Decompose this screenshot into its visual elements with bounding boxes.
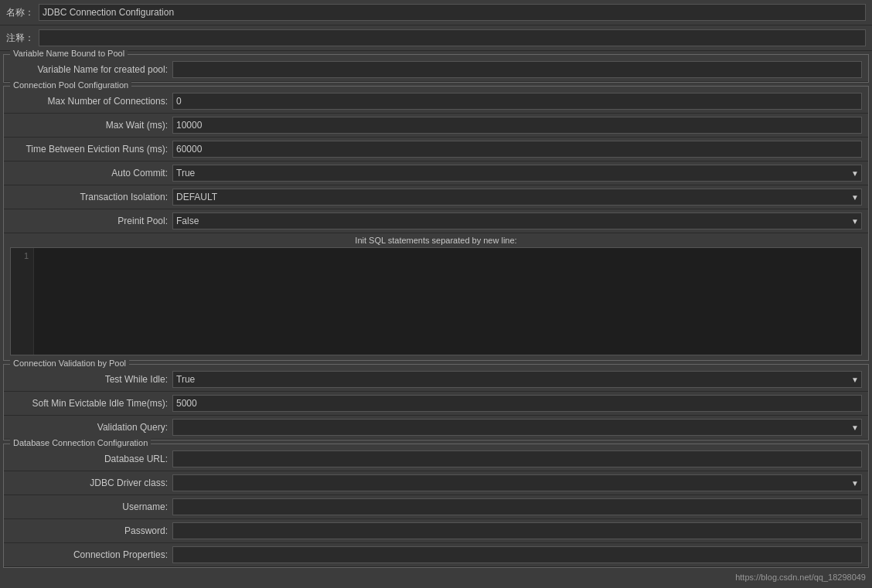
connection-properties-input[interactable] xyxy=(172,546,862,563)
transaction-isolation-row: Transaction Isolation: DEFAULT TRANSACTI… xyxy=(4,185,868,209)
transaction-isolation-select[interactable]: DEFAULT TRANSACTION_NONE TRANSACTION_REA… xyxy=(172,189,862,206)
auto-commit-wrapper: True False ▼ xyxy=(172,165,862,182)
init-sql-textarea[interactable] xyxy=(34,248,861,355)
database-url-input[interactable] xyxy=(172,450,862,467)
variable-name-section: Variable Name Bound to Pool Variable Nam… xyxy=(3,54,869,83)
max-connections-label: Max Number of Connections: xyxy=(10,96,172,107)
connection-pool-section: Connection Pool Configuration Max Number… xyxy=(3,86,869,361)
max-connections-row: Max Number of Connections: xyxy=(4,90,868,114)
eviction-row: Time Between Eviction Runs (ms): xyxy=(4,138,868,161)
database-connection-section: Database Connection Configuration Databa… xyxy=(3,444,869,568)
soft-min-evictable-label: Soft Min Evictable Idle Time(ms): xyxy=(10,398,172,409)
watermark: https://blog.csdn.net/qq_18298049 xyxy=(735,573,866,582)
jdbc-driver-wrapper: ▼ xyxy=(172,474,862,491)
name-row: 名称： xyxy=(0,0,872,25)
line-number-1: 1 xyxy=(15,251,29,260)
transaction-isolation-label: Transaction Isolation: xyxy=(10,192,172,202)
note-input[interactable] xyxy=(39,29,866,46)
password-input[interactable] xyxy=(172,522,862,539)
auto-commit-row: Auto Commit: True False ▼ xyxy=(4,161,868,185)
database-url-row: Database URL: xyxy=(4,447,868,471)
username-input[interactable] xyxy=(172,498,862,515)
connection-pool-title: Connection Pool Configuration xyxy=(10,80,131,90)
soft-min-evictable-input[interactable] xyxy=(172,395,862,412)
jdbc-driver-select[interactable] xyxy=(172,474,862,491)
preinit-pool-label: Preinit Pool: xyxy=(10,216,172,226)
validation-query-row: Validation Query: ▼ xyxy=(4,416,868,440)
auto-commit-select[interactable]: True False xyxy=(172,165,862,182)
connection-properties-row: Connection Properties: xyxy=(4,543,868,567)
jdbc-driver-label: JDBC Driver class: xyxy=(10,478,172,488)
auto-commit-label: Auto Commit: xyxy=(10,168,172,178)
soft-min-evictable-row: Soft Min Evictable Idle Time(ms): xyxy=(4,392,868,416)
database-url-label: Database URL: xyxy=(10,454,172,464)
max-wait-row: Max Wait (ms): xyxy=(4,114,868,138)
password-row: Password: xyxy=(4,519,868,543)
test-while-idle-wrapper: True False ▼ xyxy=(172,371,862,388)
max-wait-label: Max Wait (ms): xyxy=(10,120,172,131)
validation-query-wrapper: ▼ xyxy=(172,419,862,436)
max-wait-input[interactable] xyxy=(172,117,862,134)
preinit-pool-row: Preinit Pool: False True ▼ xyxy=(4,209,868,233)
username-row: Username: xyxy=(4,495,868,519)
variable-name-title: Variable Name Bound to Pool xyxy=(10,49,128,58)
test-while-idle-select[interactable]: True False xyxy=(172,371,862,388)
validation-query-label: Validation Query: xyxy=(10,422,172,433)
note-row: 注释： xyxy=(0,25,872,51)
eviction-label: Time Between Eviction Runs (ms): xyxy=(10,144,172,155)
eviction-input[interactable] xyxy=(172,141,862,158)
max-connections-input[interactable] xyxy=(172,93,862,110)
username-label: Username: xyxy=(10,501,172,512)
password-label: Password: xyxy=(10,525,172,536)
line-numbers: 1 xyxy=(11,248,34,355)
connection-properties-label: Connection Properties: xyxy=(10,549,172,560)
transaction-isolation-wrapper: DEFAULT TRANSACTION_NONE TRANSACTION_REA… xyxy=(172,189,862,206)
test-while-idle-label: Test While Idle: xyxy=(10,374,172,385)
name-label: 名称： xyxy=(6,6,39,19)
note-label: 注释： xyxy=(6,32,39,45)
connection-validation-title: Connection Validation by Pool xyxy=(10,359,129,368)
validation-query-select[interactable] xyxy=(172,419,862,436)
preinit-pool-wrapper: False True ▼ xyxy=(172,212,862,229)
name-input[interactable] xyxy=(39,4,866,21)
init-sql-label: Init SQL statements separated by new lin… xyxy=(4,233,868,247)
jdbc-driver-row: JDBC Driver class: ▼ xyxy=(4,471,868,495)
variable-name-row: Variable Name for created pool: xyxy=(4,58,868,82)
variable-name-field-label: Variable Name for created pool: xyxy=(10,64,172,75)
test-while-idle-row: Test While Idle: True False ▼ xyxy=(4,368,868,392)
main-container: 名称： 注释： Variable Name Bound to Pool Vari… xyxy=(0,0,872,568)
preinit-pool-select[interactable]: False True xyxy=(172,212,862,229)
init-sql-editor: 1 xyxy=(10,247,862,355)
variable-name-input[interactable] xyxy=(172,61,862,78)
database-connection-title: Database Connection Configuration xyxy=(10,438,151,447)
connection-validation-section: Connection Validation by Pool Test While… xyxy=(3,364,869,440)
